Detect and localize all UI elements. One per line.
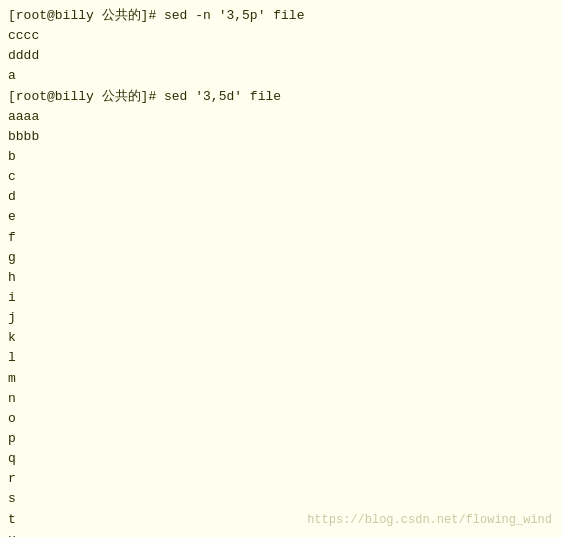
prompt-line: [root@billy 公共的]# sed '3,5d' file [8,87,554,107]
output-line: f [8,228,554,248]
terminal-window: [root@billy 公共的]# sed -n '3,5p' filecccc… [0,0,562,537]
output-line: b [8,147,554,167]
output-line: i [8,288,554,308]
output-line: a [8,66,554,86]
output-line: d [8,187,554,207]
output-line: e [8,207,554,227]
output-line: cccc [8,26,554,46]
output-line: aaaa [8,107,554,127]
output-line: c [8,167,554,187]
output-line: o [8,409,554,429]
output-line: u [8,530,554,537]
output-line: n [8,389,554,409]
watermark: https://blog.csdn.net/flowing_wind [307,513,552,527]
output-line: m [8,369,554,389]
output-line: h [8,268,554,288]
output-line: g [8,248,554,268]
output-line: k [8,328,554,348]
prompt-line: [root@billy 公共的]# sed -n '3,5p' file [8,6,554,26]
output-line: bbbb [8,127,554,147]
output-line: dddd [8,46,554,66]
output-line: l [8,348,554,368]
output-line: s [8,489,554,509]
output-line: r [8,469,554,489]
output-line: j [8,308,554,328]
output-line: q [8,449,554,469]
output-line: p [8,429,554,449]
